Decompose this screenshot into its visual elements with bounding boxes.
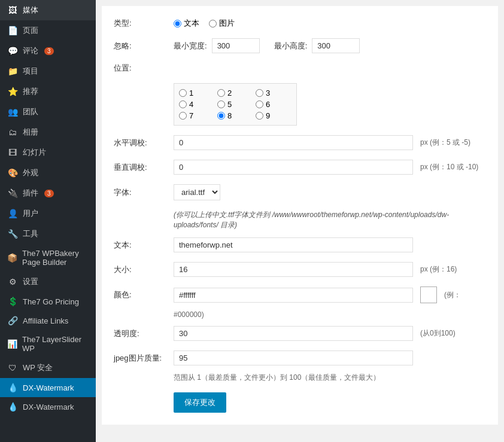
sidebar-item-team[interactable]: 👥团队: [0, 102, 96, 122]
h-adjust-input[interactable]: [174, 135, 413, 150]
text-input[interactable]: [174, 237, 413, 252]
sidebar-item-album[interactable]: 🗂相册: [0, 122, 96, 142]
sidebar-item-appearance[interactable]: 🎨外观: [0, 163, 96, 183]
color-swatch[interactable]: [420, 286, 437, 303]
sidebar-item-affiliate-links[interactable]: 🔗Affiliate Links: [0, 311, 96, 330]
text-row: 文本:: [114, 237, 486, 252]
position-cell-1[interactable]: 1: [179, 89, 215, 97]
size-row: 大小: px (例：16): [114, 262, 486, 277]
position-radio-3[interactable]: [256, 89, 263, 97]
dx-watermark2-icon: 💧: [7, 402, 18, 411]
save-wrap: 保存更改: [174, 392, 486, 413]
sidebar-label-appearance: 外观: [23, 167, 38, 178]
font-row: 字体: arial.ttf: [114, 184, 486, 200]
position-radio-2[interactable]: [217, 89, 225, 97]
position-cell-9[interactable]: 9: [256, 111, 292, 120]
sidebar-item-tools[interactable]: 🔧工具: [0, 224, 96, 244]
sidebar-item-projects[interactable]: 📁项目: [0, 61, 96, 81]
position-cell-4[interactable]: 4: [179, 100, 215, 109]
jpeg-row: jpeg图片质量:: [114, 350, 486, 365]
font-select[interactable]: arial.ttf: [174, 184, 220, 200]
position-cell-2[interactable]: 2: [217, 89, 253, 97]
position-grid-wrap: 1 2 3 4 5 6 7 8 9: [174, 83, 486, 126]
position-radio-1[interactable]: [179, 89, 187, 97]
position-radio-4[interactable]: [179, 100, 187, 108]
sidebar-item-wp-security[interactable]: 🛡WP 安全: [0, 358, 96, 378]
type-image-radio[interactable]: [209, 20, 217, 28]
position-radio-5[interactable]: [217, 100, 225, 108]
sidebar-item-plugins[interactable]: 🔌插件3: [0, 183, 96, 203]
type-text-option[interactable]: 文本: [174, 18, 199, 29]
min-height-input[interactable]: [312, 38, 360, 53]
min-width-label: 最小宽度:: [174, 41, 207, 51]
sidebar-item-slideshow[interactable]: 🎞幻灯片: [0, 142, 96, 163]
jpeg-note: 范围从 1（最差质量，文件更小）到 100（最佳质量，文件最大）: [174, 373, 486, 383]
color-row: 颜色: (例：: [114, 286, 486, 303]
font-note: (你可以上传中文.ttf字体文件到 /www/wwwroot/themeforw…: [174, 210, 486, 230]
min-width-group: 最小宽度:: [174, 38, 260, 53]
type-row: 类型: 文本 图片: [114, 18, 486, 29]
save-button[interactable]: 保存更改: [174, 392, 226, 413]
comments-badge: 3: [44, 47, 54, 55]
users-icon: 👤: [7, 209, 18, 218]
type-text-radio[interactable]: [174, 20, 181, 28]
sidebar-item-dx-watermark2[interactable]: 💧DX-Watermark: [0, 397, 96, 416]
slideshow-icon: 🎞: [7, 148, 18, 157]
position-radio-7[interactable]: [179, 112, 187, 120]
sidebar-label-layerslider: The7 LayerSlider WP: [22, 335, 89, 353]
jpeg-input[interactable]: [174, 350, 413, 365]
sidebar-label-plugins: 插件: [23, 188, 38, 199]
min-width-input[interactable]: [212, 38, 260, 53]
position-radio-9[interactable]: [256, 112, 263, 120]
sidebar-item-the7-builder[interactable]: 📦The7 WPBakery Page Builder: [0, 244, 96, 272]
sidebar-item-pages[interactable]: 📄页面: [0, 20, 96, 41]
color-input[interactable]: [174, 288, 413, 303]
v-adjust-hint: px (例：10 或 -10): [420, 162, 478, 172]
color-hint: (例：: [444, 290, 461, 300]
sidebar-item-the7-pricing[interactable]: 💲The7 Go Pricing: [0, 292, 96, 311]
text-label: 文本:: [114, 240, 174, 251]
position-radio-8[interactable]: [217, 112, 225, 120]
sidebar-item-layerslider[interactable]: 📊The7 LayerSlider WP: [0, 330, 96, 358]
color-field: (例：: [174, 286, 486, 303]
opacity-input[interactable]: [174, 326, 413, 341]
appearance-icon: 🎨: [7, 168, 18, 178]
sidebar-label-pages: 页面: [23, 25, 38, 36]
type-image-label: 图片: [219, 18, 235, 29]
position-grid: 1 2 3 4 5 6 7 8 9: [174, 83, 297, 126]
wp-security-icon: 🛡: [7, 363, 18, 373]
layerslider-icon: 📊: [7, 339, 17, 349]
sidebar-label-dx-watermark2: DX-Watermark: [23, 403, 74, 411]
type-field: 文本 图片: [174, 18, 486, 29]
pages-icon: 📄: [7, 26, 18, 35]
h-adjust-hint: px (例：5 或 -5): [420, 138, 470, 148]
sidebar-item-comments[interactable]: 💬评论3: [0, 41, 96, 61]
ignore-row: 忽略: 最小宽度: 最小高度:: [114, 38, 486, 53]
size-input[interactable]: [174, 262, 413, 277]
sidebar-item-recommend[interactable]: ⭐推荐: [0, 81, 96, 102]
v-adjust-input[interactable]: [174, 160, 413, 175]
text-field: [174, 237, 486, 252]
size-label: 大小:: [114, 264, 174, 275]
sidebar-item-settings[interactable]: ⚙设置: [0, 272, 96, 292]
font-field: arial.ttf: [174, 184, 486, 200]
sidebar-label-tools: 工具: [23, 228, 38, 239]
sidebar-item-media[interactable]: 🖼媒体: [0, 0, 96, 20]
size-hint: px (例：16): [420, 264, 457, 275]
position-cell-5[interactable]: 5: [217, 100, 253, 109]
position-cell-6[interactable]: 6: [256, 100, 292, 109]
v-adjust-row: 垂直调校: px (例：10 或 -10): [114, 160, 486, 175]
type-image-option[interactable]: 图片: [209, 18, 235, 29]
jpeg-label: jpeg图片质量:: [114, 353, 174, 364]
position-radio-6[interactable]: [256, 100, 263, 108]
type-text-label: 文本: [184, 18, 199, 29]
position-cell-3[interactable]: 3: [256, 89, 292, 97]
the7-builder-icon: 📦: [7, 253, 17, 263]
sidebar-item-dx-watermark[interactable]: 💧DX-Watermark: [0, 378, 96, 397]
sidebar-label-dx-watermark: DX-Watermark: [23, 383, 74, 392]
position-cell-8[interactable]: 8: [217, 111, 253, 120]
sidebar-item-users[interactable]: 👤用户: [0, 203, 96, 224]
team-icon: 👥: [7, 107, 18, 117]
position-cell-7[interactable]: 7: [179, 111, 215, 120]
main-content: 类型: 文本 图片 忽略: 最小宽度:: [96, 0, 504, 442]
